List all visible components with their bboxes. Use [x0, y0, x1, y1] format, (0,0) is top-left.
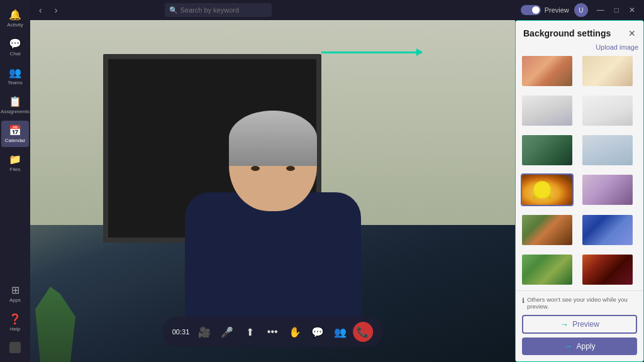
person-body [185, 192, 361, 331]
files-icon: 📁 [9, 153, 21, 165]
person-eye-right [286, 166, 295, 171]
preview-toggle: Preview [521, 5, 569, 15]
sidebar-label-activity: Activity [7, 22, 23, 28]
panel-header: Background settings ✕ [516, 21, 643, 43]
chat-icon: 💬 [9, 38, 21, 50]
participants-button[interactable]: 👥 [330, 322, 350, 342]
preview-btn-label: Preview [572, 320, 599, 329]
content-area: 00:31 🎥 🎤 ⬆ ••• ✋ 💬 👥 📞 Background setti… [30, 20, 644, 362]
window-buttons: — □ ✕ [593, 4, 639, 16]
sidebar-item-calendar[interactable]: 📅 Calendar [1, 121, 29, 147]
sidebar-item-chat[interactable]: 💬 Chat [1, 34, 29, 60]
sidebar-item-help[interactable]: ❓ Help [1, 309, 29, 336]
bg-thumb-3[interactable] [521, 94, 574, 127]
nav-buttons: ‹ › [35, 4, 61, 16]
sidebar-label-calendar: Calendar [5, 138, 25, 143]
bg-thumb-6[interactable] [581, 134, 634, 167]
back-button[interactable]: ‹ [35, 4, 46, 16]
sidebar-item-status[interactable] [1, 338, 29, 357]
minimize-button[interactable]: — [593, 4, 608, 16]
apps-icon: ⊞ [11, 284, 19, 296]
bg-image-10 [582, 215, 633, 245]
sidebar-item-teams[interactable]: 👥 Teams [1, 63, 29, 89]
preview-arrow-icon: → [560, 319, 569, 329]
call-timer: 00:31 [172, 328, 190, 336]
background-grid [516, 55, 643, 290]
sidebar-label-chat: Chat [10, 51, 21, 57]
titlebar-right: Preview U — □ ✕ [521, 3, 639, 17]
calendar-icon: 📅 [9, 124, 21, 136]
search-input[interactable] [165, 3, 272, 17]
bg-thumb-10[interactable] [581, 214, 634, 246]
arrow-line [321, 52, 422, 53]
bg-image-11 [522, 255, 572, 285]
bg-thumb-5[interactable] [521, 134, 574, 167]
apply-arrow-icon: → [564, 341, 572, 351]
bg-image-5 [522, 135, 572, 165]
sidebar-item-activity[interactable]: 🔔 Activity [1, 5, 29, 31]
bg-image-8 [582, 175, 633, 205]
assignments-icon: 📋 [9, 96, 21, 107]
bg-image-7 [522, 175, 572, 205]
end-call-button[interactable]: 📞 [353, 322, 373, 342]
sidebar-item-assignments[interactable]: 📋 Assignments [1, 92, 29, 118]
search-area: 🔍 [165, 3, 416, 17]
panel-footer: ℹ Others won't see your video while you … [516, 290, 643, 361]
background-settings-panel: Background settings ✕ Upload image [515, 20, 644, 362]
apply-button[interactable]: → Apply [522, 337, 637, 355]
share-button[interactable]: ⬆ [240, 322, 260, 342]
sidebar-item-apps[interactable]: ⊞ Apps [1, 280, 29, 307]
footer-note: ℹ Others won't see your video while you … [522, 296, 637, 310]
sidebar-label-help: Help [10, 326, 20, 332]
bg-thumb-8[interactable] [581, 173, 634, 206]
person-head [229, 111, 317, 211]
bg-thumb-12[interactable] [581, 253, 634, 286]
bg-image-6 [582, 135, 633, 165]
titlebar: ‹ › 🔍 Preview U — □ ✕ [30, 0, 644, 20]
bg-thumb-2[interactable] [581, 55, 634, 87]
bg-image-12 [582, 255, 633, 285]
bg-thumb-1[interactable] [521, 55, 574, 87]
preview-switch[interactable] [521, 5, 541, 15]
person-eye-left [251, 166, 260, 171]
status-icon [9, 342, 21, 353]
upload-image-link[interactable]: Upload image [516, 43, 643, 55]
bg-image-3 [522, 96, 572, 126]
arrow-indicator [321, 52, 422, 53]
raise-hand-button[interactable]: ✋ [285, 322, 305, 342]
chat-button[interactable]: 💬 [308, 322, 328, 342]
avatar[interactable]: U [574, 3, 588, 17]
bg-thumb-7[interactable] [521, 173, 574, 206]
bg-image-2 [582, 56, 633, 86]
person-hair [229, 111, 317, 166]
bg-image-4 [582, 96, 633, 126]
sidebar-label-assignments: Assignments [1, 109, 30, 114]
mic-button[interactable]: 🎤 [217, 322, 237, 342]
info-icon: ℹ [522, 297, 525, 305]
plant [30, 287, 80, 362]
preview-button[interactable]: → Preview [522, 315, 637, 334]
sidebar-label-teams: Teams [8, 80, 23, 85]
teams-icon: 👥 [9, 67, 21, 79]
bg-thumb-4[interactable] [581, 94, 634, 127]
person-video [179, 111, 367, 331]
sidebar: 🔔 Activity 💬 Chat 👥 Teams 📋 Assignments … [0, 0, 30, 362]
umbrella-shape [533, 181, 551, 199]
bg-thumb-11[interactable] [521, 253, 574, 286]
sidebar-label-files: Files [10, 167, 21, 172]
sidebar-item-files[interactable]: 📁 Files [1, 150, 29, 176]
panel-title: Background settings [523, 28, 611, 38]
bg-thumb-9[interactable] [521, 214, 574, 246]
apply-btn-label: Apply [576, 342, 595, 351]
video-area: 00:31 🎥 🎤 ⬆ ••• ✋ 💬 👥 📞 [30, 20, 515, 362]
panel-close-button[interactable]: ✕ [628, 28, 636, 38]
preview-label: Preview [545, 6, 569, 14]
camera-button[interactable]: 🎥 [194, 322, 214, 342]
close-button[interactable]: ✕ [625, 4, 639, 16]
sidebar-label-apps: Apps [9, 297, 21, 303]
maximize-button[interactable]: □ [611, 4, 623, 16]
forward-button[interactable]: › [51, 4, 62, 16]
video-background [30, 20, 515, 362]
main-area: ‹ › 🔍 Preview U — □ ✕ [30, 0, 644, 362]
more-button[interactable]: ••• [262, 322, 282, 342]
